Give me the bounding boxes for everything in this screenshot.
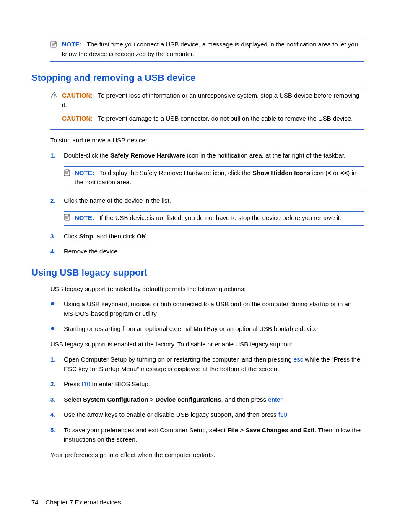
page-footer: 74 Chapter 7 External devices — [31, 498, 121, 507]
step-text: Click Stop, and then click OK. — [64, 232, 364, 241]
closing-paragraph: Your preferences go into effect when the… — [50, 450, 364, 460]
note-icon — [64, 214, 71, 221]
caution-callout: CAUTION: To prevent loss of information … — [50, 89, 364, 129]
step-number: 1. — [50, 151, 58, 160]
note-icon — [64, 169, 71, 176]
list-item: 3. Select System Configuration > Device … — [50, 395, 364, 405]
heading-usb-legacy: Using USB legacy support — [31, 266, 364, 279]
list-item: ● Starting or restarting from an optiona… — [50, 324, 364, 334]
bullet-icon: ● — [50, 300, 58, 318]
list-item: 5. To save your preferences and exit Com… — [50, 426, 364, 444]
step-number: 3. — [50, 232, 58, 241]
note-callout-inner-2: NOTE: If the USB device is not listed, y… — [64, 211, 364, 226]
list-item: 1. Open Computer Setup by turning on or … — [50, 355, 364, 374]
step-number: 5. — [50, 426, 58, 444]
caution-body: CAUTION: To prevent loss of information … — [62, 91, 364, 129]
list-item: ● Using a USB keyboard, mouse, or hub co… — [50, 300, 364, 318]
bullet-icon: ● — [50, 324, 58, 334]
note-body: NOTE: If the USB device is not listed, y… — [75, 213, 364, 223]
step-number: 4. — [50, 247, 58, 256]
steps-list-2: 1. Open Computer Setup by turning on or … — [50, 355, 364, 444]
bullet-text: Using a USB keyboard, mouse, or hub conn… — [64, 300, 364, 318]
heading-stopping-removing: Stopping and removing a USB device — [31, 71, 364, 85]
step-number: 2. — [50, 196, 58, 206]
intro-paragraph-2: USB legacy support (enabled by default) … — [50, 284, 364, 294]
page-number: 74 — [31, 498, 39, 506]
list-item: 3. Click Stop, and then click OK. — [50, 232, 364, 241]
bullet-list: ● Using a USB keyboard, mouse, or hub co… — [50, 300, 364, 334]
steps-list-1b: 2. Click the name of the device in the l… — [50, 196, 364, 206]
note-label: NOTE: — [75, 214, 94, 221]
step-text: Click the name of the device in the list… — [64, 196, 364, 206]
callout-bottom-border — [50, 129, 364, 130]
list-item: 2. Press f10 to enter BIOS Setup. — [50, 380, 364, 389]
step-text: Open Computer Setup by turning on or res… — [64, 355, 364, 374]
chapter-label: Chapter 7 External devices — [45, 498, 121, 506]
caution-label-2: CAUTION: — [62, 115, 93, 122]
step-number: 1. — [50, 355, 58, 374]
list-item: 4. Use the arrow keys to enable or disab… — [50, 410, 364, 420]
note-text: If the USB device is not listed, you do … — [99, 214, 341, 221]
step-text: Double-click the Safely Remove Hardware … — [64, 151, 364, 160]
steps-list-1: 1. Double-click the Safely Remove Hardwa… — [50, 151, 364, 160]
caution-text-2: To prevent damage to a USB connector, do… — [98, 115, 353, 122]
list-item: 2. Click the name of the device in the l… — [50, 196, 364, 206]
paragraph: USB legacy support is enabled at the fac… — [50, 340, 364, 349]
caution-text: To prevent loss of information or an unr… — [62, 92, 359, 108]
note-text: The first time you connect a USB device,… — [62, 41, 358, 57]
list-item: 4. Remove the device. — [50, 247, 364, 256]
caution-2: CAUTION: To prevent damage to a USB conn… — [62, 114, 364, 124]
step-text: To save your preferences and exit Comput… — [64, 426, 364, 444]
caution-icon — [50, 92, 58, 98]
step-number: 4. — [50, 410, 58, 420]
note-callout: NOTE: The first time you connect a USB d… — [50, 38, 364, 62]
step-number: 2. — [50, 380, 58, 389]
steps-list-1c: 3. Click Stop, and then click OK. 4. Rem… — [50, 232, 364, 256]
bullet-text: Starting or restarting from an optional … — [64, 324, 364, 334]
svg-point-2 — [54, 97, 55, 98]
note-callout-inner-1: NOTE: To display the Safely Remove Hardw… — [64, 166, 364, 190]
caution-label: CAUTION: — [62, 92, 93, 99]
note-label: NOTE: — [75, 169, 94, 176]
step-text: Select System Configuration > Device con… — [64, 395, 364, 405]
note-body: NOTE: The first time you connect a USB d… — [62, 40, 364, 59]
note-body: NOTE: To display the Safely Remove Hardw… — [75, 168, 364, 187]
step-text: Press f10 to enter BIOS Setup. — [64, 380, 364, 389]
step-number: 3. — [50, 395, 58, 405]
intro-paragraph: To stop and remove a USB device: — [50, 136, 364, 145]
list-item: 1. Double-click the Safely Remove Hardwa… — [50, 151, 364, 160]
step-text: Remove the device. — [64, 247, 364, 256]
note-icon — [50, 41, 58, 48]
note-label: NOTE: — [62, 41, 82, 48]
step-text: Use the arrow keys to enable or disable … — [64, 410, 364, 420]
